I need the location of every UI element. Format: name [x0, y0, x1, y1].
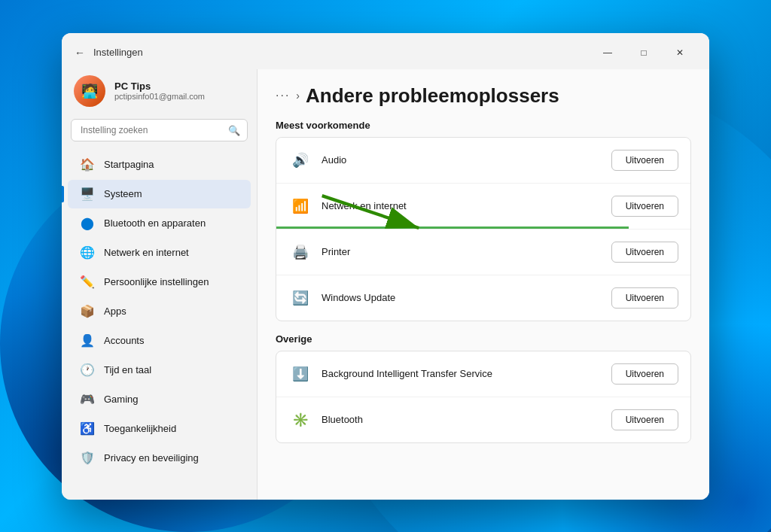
home-icon: 🏠: [80, 157, 95, 172]
sidebar-item-label: Toegankelijkheid: [104, 423, 176, 434]
run-printer-button[interactable]: Uitvoeren: [611, 242, 678, 263]
network-icon: 🌐: [80, 245, 95, 260]
sidebar-item-toegankelijkheid[interactable]: ♿ Toegankelijkheid: [68, 415, 251, 443]
section-title-meest: Meest voorkomende: [276, 120, 691, 131]
sidebar-item-label: Startpagina: [104, 159, 154, 170]
overige-card: ⬇️ Background Intelligent Transfer Servi…: [276, 351, 691, 443]
meest-card: 🔊 Audio Uitvoeren 📶 Netwerk en internet …: [276, 137, 691, 321]
run-bits-button[interactable]: Uitvoeren: [611, 363, 678, 385]
sidebar-item-label: Privacy en beveiliging: [104, 452, 199, 464]
time-icon: 🕐: [80, 363, 95, 378]
main-content: 🧑‍💻 PC Tips pctipsinfo01@gmail.com 🔍 🏠 S…: [62, 69, 709, 500]
sidebar-item-gaming[interactable]: 🎮 Gaming: [68, 385, 251, 414]
sidebar-item-bluetooth[interactable]: ⬤ Bluetooth en apparaten: [68, 209, 251, 238]
breadcrumb-arrow: ›: [296, 90, 300, 102]
sidebar-item-privacy[interactable]: 🛡️ Privacy en beveiliging: [68, 444, 251, 473]
update-icon: 🔄: [288, 286, 312, 310]
settings-window: ← Instellingen — □ ✕ 🧑‍💻 PC Tips pctipsi…: [62, 33, 709, 500]
run-bluetooth-button[interactable]: Uitvoeren: [611, 409, 678, 430]
page-title: Andere probleemoplossers: [306, 84, 559, 108]
wifi-icon: 📶: [288, 194, 312, 218]
sidebar-item-systeem[interactable]: 🖥️ Systeem: [68, 180, 251, 208]
profile-info: PC Tips pctipsinfo01@gmail.com: [114, 81, 205, 101]
bluetooth-icon: ⬤: [80, 216, 95, 231]
item-name-netwerk: Netwerk en internet: [322, 200, 611, 211]
troubleshoot-bluetooth: ✳️ Bluetooth Uitvoeren: [276, 397, 690, 442]
sidebar-item-apps[interactable]: 📦 Apps: [68, 297, 251, 326]
profile-section: 🧑‍💻 PC Tips pctipsinfo01@gmail.com: [62, 69, 257, 119]
troubleshoot-audio: 🔊 Audio Uitvoeren: [276, 138, 690, 184]
sidebar-item-label: Tijd en taal: [104, 364, 151, 375]
window-title: Instellingen: [93, 47, 143, 58]
item-name-printer: Printer: [322, 246, 611, 257]
breadcrumb: ··· › Andere probleemoplossers: [276, 84, 691, 108]
troubleshoot-printer: 🖨️ Printer Uitvoeren: [276, 230, 690, 275]
system-icon: 🖥️: [80, 187, 95, 202]
avatar: 🧑‍💻: [74, 75, 105, 107]
section-meest: Meest voorkomende 🔊 Audio Uitvoeren 📶 Ne…: [276, 120, 691, 321]
section-title-overige: Overige: [276, 333, 691, 345]
sidebar-item-label: Persoonlijke instellingen: [104, 276, 209, 287]
breadcrumb-dots: ···: [276, 89, 290, 102]
sidebar-item-label: Gaming: [104, 394, 139, 405]
bits-icon: ⬇️: [288, 362, 312, 386]
sidebar-item-label: Apps: [104, 306, 126, 317]
accessibility-icon: ♿: [80, 421, 95, 436]
run-audio-button[interactable]: Uitvoeren: [611, 150, 678, 171]
item-name-bluetooth: Bluetooth: [322, 414, 611, 425]
troubleshoot-bits: ⬇️ Background Intelligent Transfer Servi…: [276, 351, 690, 397]
sidebar-item-accounts[interactable]: 👤 Accounts: [68, 327, 251, 355]
profile-email: pctipsinfo01@gmail.com: [114, 92, 205, 101]
run-windows-update-button[interactable]: Uitvoeren: [611, 287, 678, 309]
search-input[interactable]: [71, 119, 248, 141]
back-button[interactable]: ←: [74, 47, 86, 59]
main-panel: ··· › Andere probleemoplossers Meest voo…: [258, 69, 709, 500]
titlebar: ← Instellingen — □ ✕: [62, 33, 709, 69]
sidebar: 🧑‍💻 PC Tips pctipsinfo01@gmail.com 🔍 🏠 S…: [62, 69, 258, 500]
minimize-button[interactable]: —: [590, 42, 625, 63]
window-controls: — □ ✕: [590, 42, 697, 63]
sidebar-item-label: Accounts: [104, 335, 144, 346]
sidebar-item-startpagina[interactable]: 🏠 Startpagina: [68, 150, 251, 179]
troubleshoot-windows-update: 🔄 Windows Update Uitvoeren: [276, 275, 690, 321]
profile-name: PC Tips: [114, 81, 205, 92]
bluetooth2-icon: ✳️: [288, 408, 312, 432]
printer-icon: 🖨️: [288, 240, 312, 264]
sidebar-item-netwerk[interactable]: 🌐 Netwerk en internet: [68, 239, 251, 267]
run-netwerk-button[interactable]: Uitvoeren: [611, 196, 678, 217]
sidebar-item-label: Bluetooth en apparaten: [104, 217, 206, 229]
gaming-icon: 🎮: [80, 392, 95, 407]
item-name-bits: Background Intelligent Transfer Service: [322, 368, 611, 379]
maximize-button[interactable]: □: [626, 42, 661, 63]
apps-icon: 📦: [80, 304, 95, 319]
personalization-icon: ✏️: [80, 275, 95, 290]
item-name-windows-update: Windows Update: [322, 292, 611, 303]
search-icon: 🔍: [228, 124, 240, 135]
sidebar-item-tijd[interactable]: 🕐 Tijd en taal: [68, 356, 251, 385]
privacy-icon: 🛡️: [80, 451, 95, 466]
sidebar-item-label: Systeem: [104, 188, 142, 199]
troubleshoot-netwerk: 📶 Netwerk en internet Uitvoeren: [276, 184, 690, 230]
section-overige: Overige ⬇️ Background Intelligent Transf…: [276, 333, 691, 443]
search-box: 🔍: [71, 119, 248, 141]
progress-bar: [276, 226, 629, 229]
audio-icon: 🔊: [288, 148, 312, 172]
sidebar-item-persoonlijke[interactable]: ✏️ Persoonlijke instellingen: [68, 268, 251, 296]
titlebar-left: ← Instellingen: [74, 47, 143, 59]
close-button[interactable]: ✕: [663, 42, 697, 63]
accounts-icon: 👤: [80, 333, 95, 348]
item-name-audio: Audio: [322, 154, 611, 166]
sidebar-item-label: Netwerk en internet: [104, 247, 189, 258]
nav-list: 🏠 Startpagina 🖥️ Systeem ⬤ Bluetooth en …: [62, 150, 257, 473]
